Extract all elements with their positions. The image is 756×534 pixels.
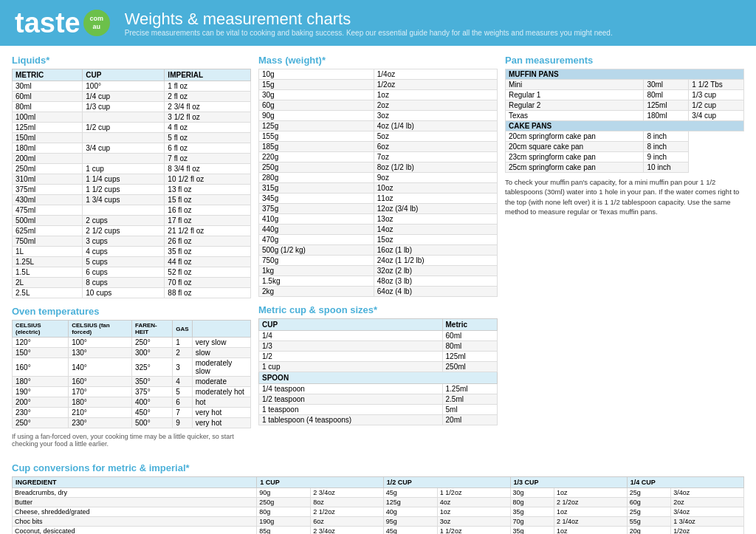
table-row: 315g10oz xyxy=(259,183,498,194)
table-row: 1/460ml xyxy=(259,331,498,341)
table-row: 1kg32oz (2 lb) xyxy=(259,266,498,276)
header-text: Weights & measurement charts Precise mea… xyxy=(125,10,613,37)
table-row: 2.5L10 cups88 fl oz xyxy=(13,288,251,298)
mass-title: Mass (weight)* xyxy=(258,55,498,66)
pan-note: To check your muffin pan's capacity, for… xyxy=(505,177,744,216)
table-row: 220g7oz xyxy=(259,152,498,162)
table-row: 440g14oz xyxy=(259,225,498,235)
conv-col-half-cup: 1/2 CUP xyxy=(383,477,510,488)
table-row: Regular 2125ml1/2 cup xyxy=(506,100,744,111)
table-row: 190°170°375°5moderately hot xyxy=(13,387,251,397)
table-row: Coconut, desiccated85g2 3/4oz45g1 1/2oz3… xyxy=(13,527,744,535)
page-header: taste com au Weights & measurement chart… xyxy=(0,0,756,46)
table-row: 1/2 teaspoon2.5ml xyxy=(259,394,498,405)
liquids-title: Liquids* xyxy=(12,55,251,66)
oven-col-desc xyxy=(192,321,250,338)
table-row: 1/2125ml xyxy=(259,352,498,362)
mass-section: Mass (weight)* 10g1/4oz15g1/2oz30g1oz60g… xyxy=(258,55,498,297)
table-row: 250g8oz (1/2 lb) xyxy=(259,162,498,173)
table-row: Texas180ml3/4 cup xyxy=(506,111,744,121)
table-row: 375ml1 1/2 cups13 fl oz xyxy=(13,185,251,195)
right-column: Pan measurements MUFFIN PANSMini30ml1 1/… xyxy=(505,55,744,455)
badge-au: au xyxy=(92,23,100,31)
table-row: 120°100°250°1very slow xyxy=(13,338,251,348)
table-row: 2kg64oz (4 lb) xyxy=(259,287,498,297)
liquids-section: Liquids* METRIC CUP IMPERIAL 30ml100°1 f… xyxy=(12,55,251,298)
table-row: 30g1oz xyxy=(259,90,498,100)
table-row: Mini30ml1 1/2 Tbs xyxy=(506,80,744,90)
mass-table: 10g1/4oz15g1/2oz30g1oz60g2oz90g3oz125g4o… xyxy=(258,69,498,297)
table-row: 60ml1/4 cup2 fl oz xyxy=(13,92,251,102)
table-row: 25cm springform cake pan10 inch xyxy=(506,162,744,173)
table-row: 250°230°500°9very hot xyxy=(13,418,251,428)
table-row: 90g3oz xyxy=(259,111,498,121)
table-row: 280g9oz xyxy=(259,173,498,183)
table-row: 750ml3 cups26 fl oz xyxy=(13,236,251,247)
metric-cup-title: Metric cup & spoon sizes* xyxy=(258,304,498,315)
table-row: 10g1/4oz xyxy=(259,69,498,80)
oven-title: Oven temperatures xyxy=(12,306,251,317)
table-row: 180°160°350°4moderate xyxy=(13,377,251,387)
table-row: 60g2oz xyxy=(259,100,498,111)
pan-table: MUFFIN PANSMini30ml1 1/2 TbsRegular 180m… xyxy=(505,69,744,173)
table-row: Breadcrumbs, dry90g2 3/4oz45g1 1/2oz30g1… xyxy=(13,488,744,498)
cup-conversions-section: Cup conversions for metric & imperial* I… xyxy=(12,462,744,534)
table-row: 150°130°300°2slow xyxy=(13,348,251,358)
table-row: 475ml16 fl oz xyxy=(13,205,251,216)
conv-col-ingredient: INGREDIENT xyxy=(13,477,257,488)
oven-col-cel-elec: CELSIUS (electric) xyxy=(13,321,69,338)
oven-col-gas: GAS xyxy=(173,321,192,338)
conv-col-1cup: 1 CUP xyxy=(257,477,384,488)
table-row: 20cm square cake pan8 inch xyxy=(506,142,744,152)
oven-col-cel-fan: CELSIUS (fan forced) xyxy=(69,321,132,338)
table-row: 345g11oz xyxy=(259,194,498,204)
cup-conversions-title: Cup conversions for metric & imperial* xyxy=(12,462,744,473)
spoon-label: SPOON xyxy=(259,372,498,384)
table-row: 500g (1/2 kg)16oz (1 lb) xyxy=(259,245,498,256)
table-row: 1.25L5 cups44 fl oz xyxy=(13,257,251,267)
logo-badge: com au xyxy=(83,10,110,36)
liquids-table: METRIC CUP IMPERIAL 30ml100°1 fl oz60ml1… xyxy=(12,69,251,298)
table-row: 80ml1/3 cup2 3/4 fl oz xyxy=(13,102,251,112)
table-row: 160°140°325°3moderately slow xyxy=(13,358,251,377)
conv-col-third-cup: 1/3 CUP xyxy=(510,477,627,488)
liquids-col-cup: CUP xyxy=(83,69,165,81)
table-row: MUFFIN PANS xyxy=(506,69,744,80)
page-title: Weights & measurement charts xyxy=(125,10,613,29)
liquids-col-imperial: IMPERIAL xyxy=(165,69,251,81)
page-subtitle: Precise measurements can be vital to coo… xyxy=(125,29,613,37)
badge-com: com xyxy=(89,15,103,23)
metric-cup-table: CUP Metric 1/460ml1/380ml1/2125ml1 cup25… xyxy=(258,318,498,425)
cup-col-cup: CUP xyxy=(259,319,443,331)
table-row: 1 teaspoon5ml xyxy=(259,405,498,415)
conv-col-quarter-cup: 1/4 CUP xyxy=(627,477,743,488)
table-row: 200°180°400°6hot xyxy=(13,397,251,408)
table-row: 15g1/2oz xyxy=(259,80,498,90)
table-row: Cheese, shredded/grated80g2 1/2oz40g1oz3… xyxy=(13,507,744,517)
cup-conversions-table: INGREDIENT 1 CUP 1/2 CUP 1/3 CUP 1/4 CUP… xyxy=(12,476,744,534)
table-row: 230°210°450°7very hot xyxy=(13,408,251,418)
table-row: 20cm springform cake pan8 inch xyxy=(506,131,744,142)
main-content: Liquids* METRIC CUP IMPERIAL 30ml100°1 f… xyxy=(0,46,756,534)
table-row: 375g12oz (3/4 lb) xyxy=(259,204,498,214)
table-row: 750g24oz (1 1/2 lb) xyxy=(259,256,498,266)
left-column: Liquids* METRIC CUP IMPERIAL 30ml100°1 f… xyxy=(12,55,251,455)
logo-taste: taste xyxy=(15,9,80,37)
logo-area: taste com au xyxy=(15,9,110,37)
table-row: 250ml1 cup8 3/4 fl oz xyxy=(13,164,251,174)
table-row: 410g13oz xyxy=(259,214,498,225)
table-row: 1/380ml xyxy=(259,341,498,352)
table-row: 500ml2 cups17 fl oz xyxy=(13,216,251,226)
table-row: 1 cup250ml xyxy=(259,362,498,372)
table-row: 625ml2 1/2 cups21 1/2 fl oz xyxy=(13,226,251,236)
metric-cup-section: Metric cup & spoon sizes* CUP Metric 1/4… xyxy=(258,304,498,425)
cup-col-metric: Metric xyxy=(442,319,497,331)
table-row: 1/4 teaspoon1.25ml xyxy=(259,384,498,394)
oven-footer: If using a fan-forced oven, your cooking… xyxy=(12,433,251,448)
oven-table: CELSIUS (electric) CELSIUS (fan forced) … xyxy=(12,320,251,428)
table-row: 1 tablespoon (4 teaspoons)20ml xyxy=(259,415,498,425)
table-row: 185g6oz xyxy=(259,142,498,152)
table-row: Butter250g8oz125g4oz80g2 1/2oz60g2oz xyxy=(13,498,744,507)
table-row: Regular 180ml1/3 cup xyxy=(506,90,744,100)
table-row: 155g5oz xyxy=(259,131,498,142)
